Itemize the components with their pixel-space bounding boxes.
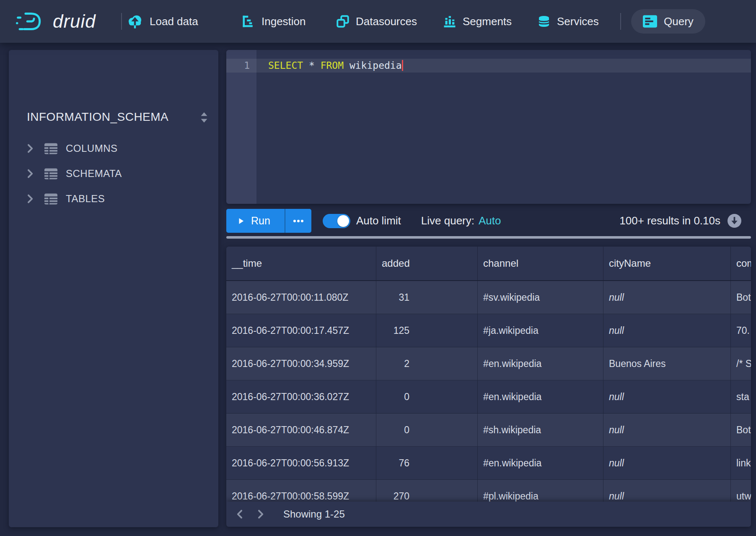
schema-tree: COLUMNS SCHEMATA TABLES [9,136,218,211]
column-header-added[interactable]: added [376,247,478,280]
table-row[interactable]: 2016-06-27T00:00:17.457Z125#ja.wikipedia… [226,314,751,347]
cell-__time[interactable]: 2016-06-27T00:00:36.027Z [226,380,376,413]
editor-code-line[interactable]: SELECT * FROM wikipedia [268,59,403,73]
run-button[interactable]: Run [226,209,285,233]
cell-channel[interactable]: #en.wikipedia [478,447,603,479]
run-split-button: Run [226,209,311,233]
nav-item-label: Services [557,15,599,28]
sidebar-item-columns[interactable]: COLUMNS [9,136,218,161]
results-body: 2016-06-27T00:00:11.080Z31#sv.wikipedian… [226,281,751,513]
sidebar-item-label: COLUMNS [66,143,118,154]
cell-comment[interactable]: /* S [731,347,751,380]
table-row[interactable]: 2016-06-27T00:00:36.027Z0#en.wikipedianu… [226,380,751,414]
chevron-right-icon[interactable] [26,169,34,179]
nav-item-label: Load data [150,15,198,28]
nav-item-segments[interactable]: Segments [443,0,512,43]
cell-channel[interactable]: #en.wikipedia [478,347,603,380]
gantt-chart-icon [242,15,255,28]
cell-added[interactable]: 76 [376,447,478,479]
cell-__time[interactable]: 2016-06-27T00:00:46.874Z [226,414,376,446]
cell-__time[interactable]: 2016-06-27T00:00:56.913Z [226,447,376,479]
nav-item-label: Segments [463,15,512,28]
download-results-button[interactable] [727,213,742,228]
table-row[interactable]: 2016-06-27T00:00:56.913Z76#en.wikipedian… [226,447,751,480]
cell-cityName[interactable]: null [603,380,731,413]
stacked-squares-icon [337,15,349,28]
nav-item-services[interactable]: Services [538,0,599,43]
cell-cityName[interactable]: null [603,414,731,446]
pane-resize-handle[interactable] [226,236,751,239]
prev-page-button[interactable] [236,509,243,519]
druid-logo-icon [16,11,46,31]
navbar-divider [121,13,122,30]
database-icon [538,15,550,28]
column-header-__time[interactable]: __time [226,247,376,280]
cell-channel[interactable]: #sv.wikipedia [478,281,603,314]
druid-logo-text: druid [53,11,96,32]
auto-limit-toggle[interactable] [323,214,350,228]
cell-cityName[interactable]: null [603,314,731,347]
column-header-comment[interactable]: comment [731,247,751,280]
cell-cityName[interactable]: Buenos Aires [603,347,731,380]
sql-token-plain: wikipedia [350,60,402,71]
top-navbar: druid Load data Ingestion Datasources Se… [0,0,756,43]
column-header-cityName[interactable]: cityName [603,247,731,280]
cell-added[interactable]: 0 [376,380,478,413]
next-page-button[interactable] [257,509,264,519]
navbar-divider [620,13,621,30]
table-icon [44,143,57,154]
cell-comment[interactable]: Bot [731,414,751,446]
nav-item-ingestion[interactable]: Ingestion [242,0,306,43]
play-icon [238,217,244,225]
cell-__time[interactable]: 2016-06-27T00:00:17.457Z [226,314,376,347]
sql-editor[interactable]: 1 SELECT * FROM wikipedia [226,50,751,204]
cell-cityName[interactable]: null [603,447,731,479]
auto-limit-label: Auto limit [356,214,401,227]
nav-item-query[interactable]: Query [631,9,705,34]
chevron-right-icon[interactable] [26,143,34,154]
cell-added[interactable]: 0 [376,414,478,446]
cell-comment[interactable]: 70. [731,314,751,347]
sidebar-item-label: TABLES [66,193,105,205]
download-icon [727,213,742,228]
sidebar-item-schemata[interactable]: SCHEMATA [9,161,218,186]
query-toolbar: Run Auto limit Live query: Auto 100+ res… [226,209,751,233]
run-button-label: Run [251,215,270,227]
cell-comment[interactable]: Bot [731,281,751,314]
nav-item-datasources[interactable]: Datasources [337,0,417,43]
console-icon [643,15,657,28]
cell-__time[interactable]: 2016-06-27T00:00:11.080Z [226,281,376,314]
cell-channel[interactable]: #en.wikipedia [478,380,603,413]
cell-added[interactable]: 31 [376,281,478,314]
druid-logo[interactable]: druid [16,0,96,43]
cell-channel[interactable]: #ja.wikipedia [478,314,603,347]
cell-added[interactable]: 125 [376,314,478,347]
cell-cityName[interactable]: null [603,281,731,314]
bar-chart-icon [443,15,456,28]
druid-console-page: druid Load data Ingestion Datasources Se… [0,0,756,536]
table-row[interactable]: 2016-06-27T00:00:34.959Z2#en.wikipediaBu… [226,347,751,380]
cell-added[interactable]: 2 [376,347,478,380]
sql-token-keyword: FROM [321,60,350,71]
showing-label: Showing 1-25 [283,508,345,520]
live-query-value[interactable]: Auto [479,214,501,227]
results-summary: 100+ results in 0.10s [619,214,720,227]
more-dots-icon [293,219,304,223]
cell-__time[interactable]: 2016-06-27T00:00:34.959Z [226,347,376,380]
sidebar-item-tables[interactable]: TABLES [9,186,218,211]
nav-item-load-data[interactable]: Load data [127,0,198,43]
chevron-right-icon[interactable] [26,194,34,204]
table-row[interactable]: 2016-06-27T00:00:11.080Z31#sv.wikipedian… [226,281,751,314]
table-row[interactable]: 2016-06-27T00:00:46.874Z0#sh.wikipedianu… [226,414,751,447]
run-more-button[interactable] [285,209,311,233]
sidebar-item-label: SCHEMATA [66,168,122,180]
column-header-channel[interactable]: channel [478,247,603,280]
results-panel: __timeaddedchannelcityNamecomment 2016-0… [226,247,751,527]
double-caret-vertical-icon[interactable] [199,111,209,125]
sql-token-plain: * [309,60,321,71]
nav-item-label: Ingestion [261,15,306,28]
cell-comment[interactable]: link [731,447,751,479]
cell-comment[interactable]: sta [731,380,751,413]
cell-channel[interactable]: #sh.wikipedia [478,414,603,446]
toggle-knob [337,215,349,227]
